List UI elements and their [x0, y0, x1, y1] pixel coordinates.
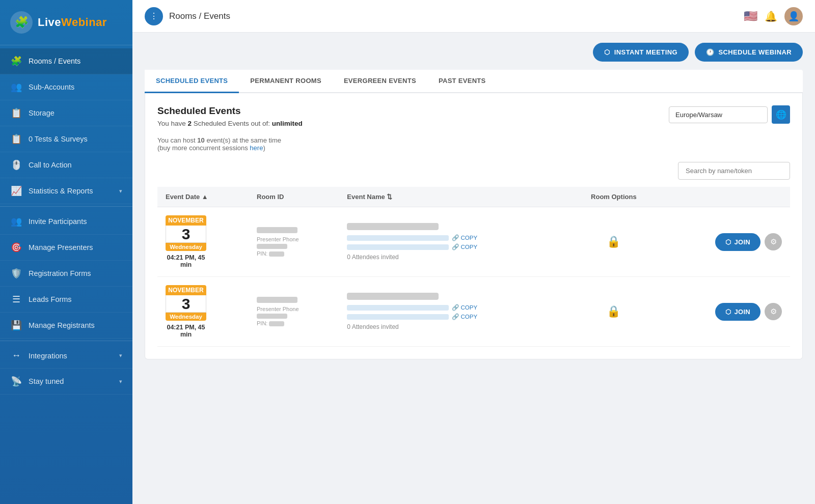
avatar[interactable]: 👤 [784, 7, 803, 25]
sidebar-item-registration-forms[interactable]: 🛡️ Registration Forms [0, 261, 132, 287]
event-limit: unlimited [272, 120, 303, 127]
sidebar-item-leads-forms[interactable]: ☰ Leads Forms [0, 287, 132, 313]
col-room-id[interactable]: Room ID [249, 187, 339, 207]
date-month-2: November [166, 285, 206, 295]
sidebar-item-manage-presenters[interactable]: 🎯 Manage Presenters [0, 235, 132, 261]
sidebar-divider-2 [0, 341, 132, 341]
cell-date-1: November 3 Wednesday 04:21 PM, 45 min [157, 207, 249, 277]
schedule-webinar-icon: 🕐 [706, 48, 714, 56]
sidebar-item-label: Statistics & Reports [29, 187, 93, 195]
event-name-blurred-1 [347, 223, 439, 230]
chevron-down-icon-3: ▾ [119, 378, 122, 385]
settings-button-2[interactable]: ⚙ [765, 303, 782, 320]
date-badge-1: November 3 Wednesday 04:21 PM, 45 min [166, 215, 206, 268]
date-weekday-1: Wednesday [166, 243, 206, 251]
lock-icon-1: 🔒 [607, 235, 620, 248]
sidebar-item-call-to-action[interactable]: 🖱️ Call to Action [0, 152, 132, 178]
invite-icon: 👥 [10, 216, 22, 227]
copy-link-1a[interactable]: 🔗 COPY [452, 234, 477, 241]
col-actions [662, 187, 790, 207]
col-event-name[interactable]: Event Name ⇅ [339, 187, 565, 207]
sidebar-item-label: Leads Forms [29, 295, 72, 303]
chevron-down-icon-2: ▾ [119, 352, 122, 359]
row-actions-1: ⬡ JOIN ⚙ [670, 233, 782, 251]
main-area: ⋮ Rooms / Events 🇺🇸 🔔 👤 ⬡ INSTANT MEETIN… [132, 0, 815, 504]
copy-link-1b[interactable]: 🔗 COPY [452, 243, 477, 250]
table-row: November 3 Wednesday 04:21 PM, 45 min Pr… [157, 207, 790, 277]
schedule-webinar-button[interactable]: 🕐 SCHEDULE WEBINAR [695, 43, 803, 62]
join-button-1[interactable]: ⬡ JOIN [715, 233, 760, 251]
col-event-date[interactable]: Event Date ▲ [157, 187, 249, 207]
action-buttons-row: ⬡ INSTANT MEETING 🕐 SCHEDULE WEBINAR [145, 43, 803, 62]
storage-icon: 📋 [10, 107, 22, 119]
date-weekday-2: Wednesday [166, 313, 206, 321]
schedule-webinar-label: SCHEDULE WEBINAR [718, 48, 792, 56]
sidebar-item-sub-accounts[interactable]: 👥 Sub-Accounts [0, 74, 132, 100]
date-time-2: 04:21 PM, 45 min [166, 324, 206, 338]
cell-room-id-2: Presenter Phone PIN: [249, 277, 339, 347]
sidebar-item-tests-surveys[interactable]: 📋 0 Tests & Surveys [0, 126, 132, 152]
timezone-globe-button[interactable]: 🌐 [772, 105, 790, 124]
sidebar-item-label: Storage [29, 109, 55, 117]
sidebar-item-stay-tuned[interactable]: 📡 Stay tuned ▾ [0, 369, 132, 395]
settings-button-1[interactable]: ⚙ [765, 233, 782, 250]
tab-evergreen-events[interactable]: EVERGREEN EVENTS [333, 70, 427, 93]
timezone-input[interactable] [669, 106, 768, 123]
attendees-2: 0 Attendees invited [347, 323, 557, 330]
leads-icon: ☰ [10, 294, 22, 305]
sidebar-item-storage[interactable]: 📋 Storage [0, 100, 132, 126]
concurrent-suffix: event(s) at the same time [205, 136, 281, 144]
join-icon-2: ⬡ [725, 308, 731, 316]
sidebar-item-label: Integrations [29, 352, 67, 360]
join-label-1: JOIN [734, 238, 750, 246]
menu-button[interactable]: ⋮ [145, 7, 163, 25]
flag-icon[interactable]: 🇺🇸 [744, 10, 757, 23]
sidebar-item-manage-registrants[interactable]: 💾 Manage Registrants [0, 313, 132, 339]
room-id-blurred-2: Presenter Phone PIN: [257, 297, 331, 326]
event-count: 2 [188, 120, 192, 127]
panel-title: Scheduled Events [157, 105, 303, 117]
timezone-row: 🌐 [669, 105, 790, 124]
concurrent-count: 10 [197, 136, 204, 144]
tab-permanent-rooms[interactable]: PERMANENT ROOMS [239, 70, 333, 93]
concurrent-link[interactable]: here [250, 144, 263, 152]
concurrent-prefix: You can host [157, 136, 197, 144]
copy-link-2a[interactable]: 🔗 COPY [452, 304, 477, 311]
tab-scheduled-events[interactable]: SCHEDULED EVENTS [145, 70, 239, 93]
sidebar-divider [0, 206, 132, 207]
cell-lock-2: 🔒 [566, 277, 662, 347]
sidebar-item-label: Call to Action [29, 161, 72, 169]
sidebar-item-statistics-reports[interactable]: 📈 Statistics & Reports ▾ [0, 178, 132, 204]
sidebar-item-label: Manage Presenters [29, 243, 93, 251]
copy-link-2b[interactable]: 🔗 COPY [452, 313, 477, 320]
event-link-row-1a: 🔗 COPY [347, 234, 557, 241]
bell-icon[interactable]: 🔔 [765, 10, 777, 22]
users-icon: 👥 [10, 81, 22, 93]
table-header: Event Date ▲ Room ID Event Name ⇅ Room O… [157, 187, 790, 207]
sidebar-item-integrations[interactable]: ↔️ Integrations ▾ [0, 343, 132, 369]
instant-meeting-button[interactable]: ⬡ INSTANT MEETING [593, 43, 689, 62]
topbar: ⋮ Rooms / Events 🇺🇸 🔔 👤 [132, 0, 815, 33]
gear-icon-2: ⚙ [770, 307, 777, 316]
page-title: Rooms / Events [169, 11, 738, 21]
event-link-row-1b: 🔗 COPY [347, 243, 557, 250]
sidebar-item-label: Rooms / Events [29, 57, 80, 65]
sidebar-item-label: 0 Tests & Surveys [29, 135, 88, 143]
sidebar-item-label: Registration Forms [29, 269, 91, 277]
join-button-2[interactable]: ⬡ JOIN [715, 303, 760, 321]
sidebar-item-rooms-events[interactable]: 🧩 Rooms / Events [0, 48, 132, 74]
concurrent-buy-note: (buy more concurrent sessions here) [157, 144, 265, 152]
search-input[interactable] [678, 162, 790, 180]
integrations-icon: ↔️ [10, 350, 22, 361]
sidebar-item-label: Manage Registrants [29, 321, 95, 329]
room-id-blurred-1: Presenter Phone PIN: [257, 227, 331, 257]
event-link-row-2a: 🔗 COPY [347, 304, 557, 311]
logo-text: LiveWebinar [38, 16, 107, 29]
topbar-right: 🇺🇸 🔔 👤 [744, 7, 803, 25]
instant-meeting-icon: ⬡ [604, 48, 610, 56]
tab-past-events[interactable]: PAST EVENTS [427, 70, 497, 93]
panel-subtitle: You have 2 Scheduled Events out of: unli… [157, 120, 303, 127]
logo[interactable]: 🧩 LiveWebinar [0, 0, 132, 45]
panel-header-left: Scheduled Events You have 2 Scheduled Ev… [157, 105, 303, 127]
sidebar-item-invite-participants[interactable]: 👥 Invite Participants [0, 209, 132, 235]
